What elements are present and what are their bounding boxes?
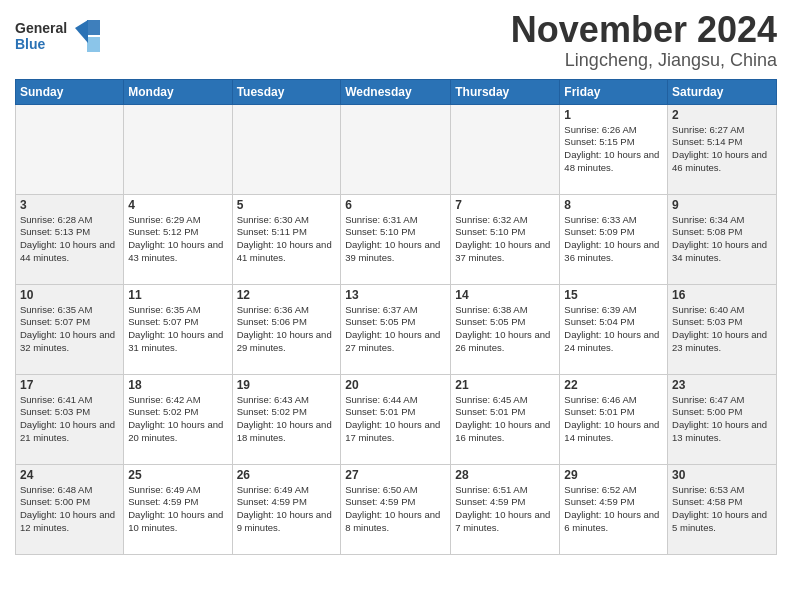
day-number: 11	[128, 288, 227, 302]
day-info: Sunrise: 6:39 AMSunset: 5:04 PMDaylight:…	[564, 304, 663, 355]
day-info: Sunrise: 6:48 AMSunset: 5:00 PMDaylight:…	[20, 484, 119, 535]
day-number: 14	[455, 288, 555, 302]
calendar-cell	[124, 104, 232, 194]
calendar-cell: 12Sunrise: 6:36 AMSunset: 5:06 PMDayligh…	[232, 284, 341, 374]
day-number: 9	[672, 198, 772, 212]
day-number: 26	[237, 468, 337, 482]
day-info: Sunrise: 6:31 AMSunset: 5:10 PMDaylight:…	[345, 214, 446, 265]
calendar-header-row: Sunday Monday Tuesday Wednesday Thursday…	[16, 79, 777, 104]
calendar-cell: 23Sunrise: 6:47 AMSunset: 5:00 PMDayligh…	[668, 374, 777, 464]
calendar-cell: 2Sunrise: 6:27 AMSunset: 5:14 PMDaylight…	[668, 104, 777, 194]
day-number: 8	[564, 198, 663, 212]
day-number: 12	[237, 288, 337, 302]
day-info: Sunrise: 6:45 AMSunset: 5:01 PMDaylight:…	[455, 394, 555, 445]
calendar-cell: 19Sunrise: 6:43 AMSunset: 5:02 PMDayligh…	[232, 374, 341, 464]
day-info: Sunrise: 6:38 AMSunset: 5:05 PMDaylight:…	[455, 304, 555, 355]
day-info: Sunrise: 6:35 AMSunset: 5:07 PMDaylight:…	[128, 304, 227, 355]
day-number: 23	[672, 378, 772, 392]
calendar-cell: 27Sunrise: 6:50 AMSunset: 4:59 PMDayligh…	[341, 464, 451, 554]
calendar-cell: 18Sunrise: 6:42 AMSunset: 5:02 PMDayligh…	[124, 374, 232, 464]
calendar-cell: 25Sunrise: 6:49 AMSunset: 4:59 PMDayligh…	[124, 464, 232, 554]
day-number: 15	[564, 288, 663, 302]
title-area: November 2024 Lingcheng, Jiangsu, China	[511, 10, 777, 71]
col-sunday: Sunday	[16, 79, 124, 104]
calendar-cell	[341, 104, 451, 194]
day-number: 27	[345, 468, 446, 482]
svg-text:General: General	[15, 20, 67, 36]
day-info: Sunrise: 6:50 AMSunset: 4:59 PMDaylight:…	[345, 484, 446, 535]
day-number: 10	[20, 288, 119, 302]
svg-marker-3	[87, 37, 100, 52]
logo-area: General Blue	[15, 10, 105, 64]
calendar-cell: 26Sunrise: 6:49 AMSunset: 4:59 PMDayligh…	[232, 464, 341, 554]
day-info: Sunrise: 6:27 AMSunset: 5:14 PMDaylight:…	[672, 124, 772, 175]
calendar-cell: 10Sunrise: 6:35 AMSunset: 5:07 PMDayligh…	[16, 284, 124, 374]
calendar-week-row: 1Sunrise: 6:26 AMSunset: 5:15 PMDaylight…	[16, 104, 777, 194]
calendar-cell: 7Sunrise: 6:32 AMSunset: 5:10 PMDaylight…	[451, 194, 560, 284]
day-number: 19	[237, 378, 337, 392]
day-number: 7	[455, 198, 555, 212]
day-info: Sunrise: 6:46 AMSunset: 5:01 PMDaylight:…	[564, 394, 663, 445]
calendar-cell: 20Sunrise: 6:44 AMSunset: 5:01 PMDayligh…	[341, 374, 451, 464]
header: General Blue November 2024 Lingcheng, Ji…	[15, 10, 777, 71]
day-number: 6	[345, 198, 446, 212]
svg-text:Blue: Blue	[15, 36, 46, 52]
calendar-cell: 9Sunrise: 6:34 AMSunset: 5:08 PMDaylight…	[668, 194, 777, 284]
day-number: 21	[455, 378, 555, 392]
day-info: Sunrise: 6:47 AMSunset: 5:00 PMDaylight:…	[672, 394, 772, 445]
calendar-cell	[16, 104, 124, 194]
day-number: 25	[128, 468, 227, 482]
day-info: Sunrise: 6:49 AMSunset: 4:59 PMDaylight:…	[237, 484, 337, 535]
page: General Blue November 2024 Lingcheng, Ji…	[0, 0, 792, 570]
calendar-cell: 24Sunrise: 6:48 AMSunset: 5:00 PMDayligh…	[16, 464, 124, 554]
day-number: 4	[128, 198, 227, 212]
day-number: 18	[128, 378, 227, 392]
calendar-cell: 6Sunrise: 6:31 AMSunset: 5:10 PMDaylight…	[341, 194, 451, 284]
col-friday: Friday	[560, 79, 668, 104]
calendar-cell	[232, 104, 341, 194]
calendar-cell: 29Sunrise: 6:52 AMSunset: 4:59 PMDayligh…	[560, 464, 668, 554]
day-number: 1	[564, 108, 663, 122]
day-number: 3	[20, 198, 119, 212]
calendar-cell: 16Sunrise: 6:40 AMSunset: 5:03 PMDayligh…	[668, 284, 777, 374]
day-number: 29	[564, 468, 663, 482]
calendar-cell: 17Sunrise: 6:41 AMSunset: 5:03 PMDayligh…	[16, 374, 124, 464]
day-number: 20	[345, 378, 446, 392]
day-number: 30	[672, 468, 772, 482]
day-info: Sunrise: 6:33 AMSunset: 5:09 PMDaylight:…	[564, 214, 663, 265]
day-info: Sunrise: 6:52 AMSunset: 4:59 PMDaylight:…	[564, 484, 663, 535]
col-monday: Monday	[124, 79, 232, 104]
day-info: Sunrise: 6:41 AMSunset: 5:03 PMDaylight:…	[20, 394, 119, 445]
day-number: 2	[672, 108, 772, 122]
day-number: 13	[345, 288, 446, 302]
col-tuesday: Tuesday	[232, 79, 341, 104]
calendar-table: Sunday Monday Tuesday Wednesday Thursday…	[15, 79, 777, 555]
svg-marker-2	[87, 20, 100, 35]
day-info: Sunrise: 6:35 AMSunset: 5:07 PMDaylight:…	[20, 304, 119, 355]
calendar-cell	[451, 104, 560, 194]
calendar-cell: 15Sunrise: 6:39 AMSunset: 5:04 PMDayligh…	[560, 284, 668, 374]
day-info: Sunrise: 6:40 AMSunset: 5:03 PMDaylight:…	[672, 304, 772, 355]
calendar-cell: 22Sunrise: 6:46 AMSunset: 5:01 PMDayligh…	[560, 374, 668, 464]
calendar-cell: 28Sunrise: 6:51 AMSunset: 4:59 PMDayligh…	[451, 464, 560, 554]
page-title: November 2024	[511, 10, 777, 50]
svg-marker-4	[75, 20, 88, 43]
calendar-cell: 4Sunrise: 6:29 AMSunset: 5:12 PMDaylight…	[124, 194, 232, 284]
day-info: Sunrise: 6:53 AMSunset: 4:58 PMDaylight:…	[672, 484, 772, 535]
day-info: Sunrise: 6:36 AMSunset: 5:06 PMDaylight:…	[237, 304, 337, 355]
day-info: Sunrise: 6:44 AMSunset: 5:01 PMDaylight:…	[345, 394, 446, 445]
day-info: Sunrise: 6:51 AMSunset: 4:59 PMDaylight:…	[455, 484, 555, 535]
day-number: 17	[20, 378, 119, 392]
page-subtitle: Lingcheng, Jiangsu, China	[511, 50, 777, 71]
col-saturday: Saturday	[668, 79, 777, 104]
day-info: Sunrise: 6:28 AMSunset: 5:13 PMDaylight:…	[20, 214, 119, 265]
day-info: Sunrise: 6:37 AMSunset: 5:05 PMDaylight:…	[345, 304, 446, 355]
logo-icon: General Blue	[15, 15, 105, 60]
calendar-week-row: 10Sunrise: 6:35 AMSunset: 5:07 PMDayligh…	[16, 284, 777, 374]
calendar-cell: 14Sunrise: 6:38 AMSunset: 5:05 PMDayligh…	[451, 284, 560, 374]
day-number: 28	[455, 468, 555, 482]
calendar-cell: 5Sunrise: 6:30 AMSunset: 5:11 PMDaylight…	[232, 194, 341, 284]
day-info: Sunrise: 6:26 AMSunset: 5:15 PMDaylight:…	[564, 124, 663, 175]
calendar-cell: 8Sunrise: 6:33 AMSunset: 5:09 PMDaylight…	[560, 194, 668, 284]
calendar-cell: 13Sunrise: 6:37 AMSunset: 5:05 PMDayligh…	[341, 284, 451, 374]
